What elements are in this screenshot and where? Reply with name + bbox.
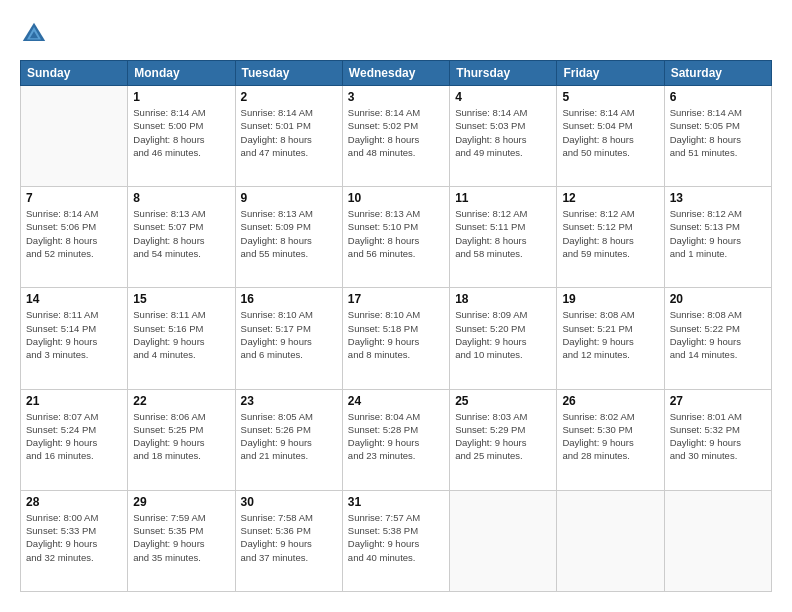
day-info: Sunrise: 7:58 AM Sunset: 5:36 PM Dayligh… <box>241 511 337 564</box>
calendar-table: SundayMondayTuesdayWednesdayThursdayFrid… <box>20 60 772 592</box>
calendar-cell <box>664 490 771 591</box>
day-info: Sunrise: 8:11 AM Sunset: 5:16 PM Dayligh… <box>133 308 229 361</box>
day-number: 25 <box>455 394 551 408</box>
calendar-cell: 15Sunrise: 8:11 AM Sunset: 5:16 PM Dayli… <box>128 288 235 389</box>
calendar-header-row: SundayMondayTuesdayWednesdayThursdayFrid… <box>21 61 772 86</box>
calendar-cell: 2Sunrise: 8:14 AM Sunset: 5:01 PM Daylig… <box>235 86 342 187</box>
day-number: 13 <box>670 191 766 205</box>
day-number: 17 <box>348 292 444 306</box>
day-info: Sunrise: 8:12 AM Sunset: 5:12 PM Dayligh… <box>562 207 658 260</box>
day-info: Sunrise: 8:00 AM Sunset: 5:33 PM Dayligh… <box>26 511 122 564</box>
calendar-cell: 31Sunrise: 7:57 AM Sunset: 5:38 PM Dayli… <box>342 490 449 591</box>
day-number: 11 <box>455 191 551 205</box>
calendar-cell: 25Sunrise: 8:03 AM Sunset: 5:29 PM Dayli… <box>450 389 557 490</box>
calendar-cell: 1Sunrise: 8:14 AM Sunset: 5:00 PM Daylig… <box>128 86 235 187</box>
day-number: 26 <box>562 394 658 408</box>
day-number: 10 <box>348 191 444 205</box>
day-number: 28 <box>26 495 122 509</box>
day-info: Sunrise: 8:14 AM Sunset: 5:02 PM Dayligh… <box>348 106 444 159</box>
day-info: Sunrise: 8:09 AM Sunset: 5:20 PM Dayligh… <box>455 308 551 361</box>
day-info: Sunrise: 8:02 AM Sunset: 5:30 PM Dayligh… <box>562 410 658 463</box>
calendar-cell: 10Sunrise: 8:13 AM Sunset: 5:10 PM Dayli… <box>342 187 449 288</box>
calendar-cell: 29Sunrise: 7:59 AM Sunset: 5:35 PM Dayli… <box>128 490 235 591</box>
header <box>20 20 772 48</box>
calendar-cell: 22Sunrise: 8:06 AM Sunset: 5:25 PM Dayli… <box>128 389 235 490</box>
day-info: Sunrise: 8:13 AM Sunset: 5:07 PM Dayligh… <box>133 207 229 260</box>
day-number: 18 <box>455 292 551 306</box>
day-info: Sunrise: 8:12 AM Sunset: 5:13 PM Dayligh… <box>670 207 766 260</box>
day-number: 12 <box>562 191 658 205</box>
day-info: Sunrise: 8:04 AM Sunset: 5:28 PM Dayligh… <box>348 410 444 463</box>
calendar-header-saturday: Saturday <box>664 61 771 86</box>
calendar-cell: 5Sunrise: 8:14 AM Sunset: 5:04 PM Daylig… <box>557 86 664 187</box>
calendar-header-sunday: Sunday <box>21 61 128 86</box>
calendar-cell <box>450 490 557 591</box>
day-number: 27 <box>670 394 766 408</box>
day-number: 15 <box>133 292 229 306</box>
day-number: 1 <box>133 90 229 104</box>
day-info: Sunrise: 8:07 AM Sunset: 5:24 PM Dayligh… <box>26 410 122 463</box>
calendar-week-4: 21Sunrise: 8:07 AM Sunset: 5:24 PM Dayli… <box>21 389 772 490</box>
day-number: 8 <box>133 191 229 205</box>
calendar-cell: 30Sunrise: 7:58 AM Sunset: 5:36 PM Dayli… <box>235 490 342 591</box>
day-info: Sunrise: 7:59 AM Sunset: 5:35 PM Dayligh… <box>133 511 229 564</box>
calendar-cell <box>21 86 128 187</box>
calendar-cell: 18Sunrise: 8:09 AM Sunset: 5:20 PM Dayli… <box>450 288 557 389</box>
day-number: 6 <box>670 90 766 104</box>
calendar-header-friday: Friday <box>557 61 664 86</box>
day-info: Sunrise: 8:14 AM Sunset: 5:05 PM Dayligh… <box>670 106 766 159</box>
day-info: Sunrise: 8:13 AM Sunset: 5:09 PM Dayligh… <box>241 207 337 260</box>
calendar-cell: 7Sunrise: 8:14 AM Sunset: 5:06 PM Daylig… <box>21 187 128 288</box>
calendar-cell: 4Sunrise: 8:14 AM Sunset: 5:03 PM Daylig… <box>450 86 557 187</box>
calendar-week-3: 14Sunrise: 8:11 AM Sunset: 5:14 PM Dayli… <box>21 288 772 389</box>
calendar-cell: 28Sunrise: 8:00 AM Sunset: 5:33 PM Dayli… <box>21 490 128 591</box>
day-number: 2 <box>241 90 337 104</box>
day-number: 31 <box>348 495 444 509</box>
day-number: 14 <box>26 292 122 306</box>
day-info: Sunrise: 8:13 AM Sunset: 5:10 PM Dayligh… <box>348 207 444 260</box>
day-number: 3 <box>348 90 444 104</box>
day-number: 7 <box>26 191 122 205</box>
day-info: Sunrise: 8:08 AM Sunset: 5:22 PM Dayligh… <box>670 308 766 361</box>
page: SundayMondayTuesdayWednesdayThursdayFrid… <box>0 0 792 612</box>
day-info: Sunrise: 8:14 AM Sunset: 5:01 PM Dayligh… <box>241 106 337 159</box>
calendar-cell: 24Sunrise: 8:04 AM Sunset: 5:28 PM Dayli… <box>342 389 449 490</box>
day-info: Sunrise: 7:57 AM Sunset: 5:38 PM Dayligh… <box>348 511 444 564</box>
calendar-cell: 14Sunrise: 8:11 AM Sunset: 5:14 PM Dayli… <box>21 288 128 389</box>
logo <box>20 20 52 48</box>
calendar-cell: 11Sunrise: 8:12 AM Sunset: 5:11 PM Dayli… <box>450 187 557 288</box>
calendar-header-wednesday: Wednesday <box>342 61 449 86</box>
calendar-cell: 27Sunrise: 8:01 AM Sunset: 5:32 PM Dayli… <box>664 389 771 490</box>
day-number: 23 <box>241 394 337 408</box>
calendar-week-2: 7Sunrise: 8:14 AM Sunset: 5:06 PM Daylig… <box>21 187 772 288</box>
calendar-cell: 26Sunrise: 8:02 AM Sunset: 5:30 PM Dayli… <box>557 389 664 490</box>
day-number: 4 <box>455 90 551 104</box>
calendar-cell <box>557 490 664 591</box>
day-number: 5 <box>562 90 658 104</box>
day-number: 30 <box>241 495 337 509</box>
calendar-week-5: 28Sunrise: 8:00 AM Sunset: 5:33 PM Dayli… <box>21 490 772 591</box>
day-info: Sunrise: 8:06 AM Sunset: 5:25 PM Dayligh… <box>133 410 229 463</box>
calendar-header-monday: Monday <box>128 61 235 86</box>
day-number: 21 <box>26 394 122 408</box>
calendar-cell: 17Sunrise: 8:10 AM Sunset: 5:18 PM Dayli… <box>342 288 449 389</box>
calendar-cell: 23Sunrise: 8:05 AM Sunset: 5:26 PM Dayli… <box>235 389 342 490</box>
calendar-cell: 12Sunrise: 8:12 AM Sunset: 5:12 PM Dayli… <box>557 187 664 288</box>
logo-icon <box>20 20 48 48</box>
day-number: 19 <box>562 292 658 306</box>
calendar-cell: 16Sunrise: 8:10 AM Sunset: 5:17 PM Dayli… <box>235 288 342 389</box>
calendar-cell: 9Sunrise: 8:13 AM Sunset: 5:09 PM Daylig… <box>235 187 342 288</box>
calendar-cell: 20Sunrise: 8:08 AM Sunset: 5:22 PM Dayli… <box>664 288 771 389</box>
day-number: 22 <box>133 394 229 408</box>
calendar-cell: 19Sunrise: 8:08 AM Sunset: 5:21 PM Dayli… <box>557 288 664 389</box>
calendar-cell: 3Sunrise: 8:14 AM Sunset: 5:02 PM Daylig… <box>342 86 449 187</box>
day-info: Sunrise: 8:14 AM Sunset: 5:03 PM Dayligh… <box>455 106 551 159</box>
calendar-cell: 21Sunrise: 8:07 AM Sunset: 5:24 PM Dayli… <box>21 389 128 490</box>
day-number: 29 <box>133 495 229 509</box>
calendar-header-tuesday: Tuesday <box>235 61 342 86</box>
calendar-week-1: 1Sunrise: 8:14 AM Sunset: 5:00 PM Daylig… <box>21 86 772 187</box>
calendar-cell: 8Sunrise: 8:13 AM Sunset: 5:07 PM Daylig… <box>128 187 235 288</box>
day-info: Sunrise: 8:01 AM Sunset: 5:32 PM Dayligh… <box>670 410 766 463</box>
day-info: Sunrise: 8:14 AM Sunset: 5:06 PM Dayligh… <box>26 207 122 260</box>
day-info: Sunrise: 8:14 AM Sunset: 5:00 PM Dayligh… <box>133 106 229 159</box>
